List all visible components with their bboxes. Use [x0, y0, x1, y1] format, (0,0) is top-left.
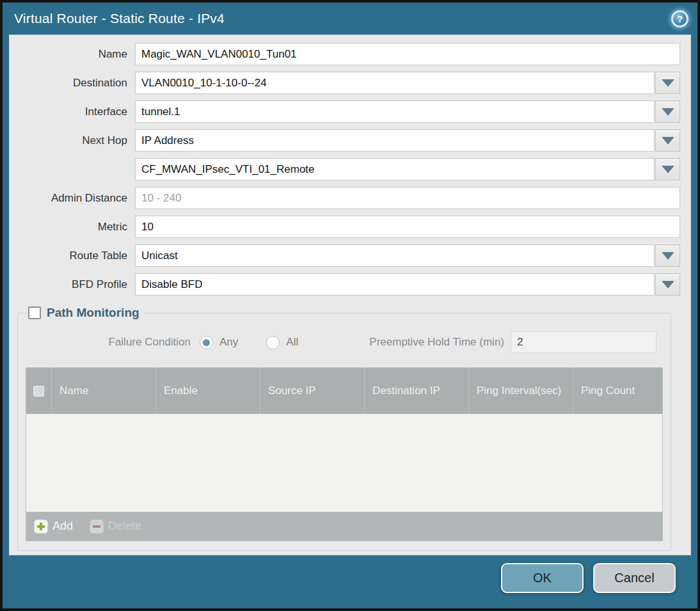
interface-label: Interface	[10, 106, 135, 118]
failure-condition-any-option: Any	[200, 336, 238, 349]
dialog-body: Name Destination Interface Next Hop	[9, 35, 691, 555]
bfd-profile-input[interactable]	[135, 273, 655, 296]
dialog-titlebar: Virtual Router - Static Route - IPv4 ?	[3, 3, 697, 35]
chevron-down-icon	[662, 252, 674, 260]
delete-button-label: Delete	[108, 520, 141, 533]
static-route-dialog: Virtual Router - Static Route - IPv4 ? N…	[0, 0, 700, 611]
chevron-down-icon	[662, 281, 674, 289]
chevron-down-icon	[662, 79, 674, 87]
interface-input[interactable]	[135, 100, 655, 123]
name-label: Name	[10, 48, 135, 61]
route-table-label: Route Table	[10, 250, 135, 262]
column-header-ping-count: Ping Count	[573, 368, 662, 414]
dialog-footer: OK Cancel	[3, 555, 697, 608]
delete-button: Delete	[90, 520, 141, 534]
preemptive-hold-time: Preemptive Hold Time (min)	[369, 331, 656, 353]
destination-label: Destination	[10, 77, 135, 90]
radio-any-icon	[200, 336, 213, 349]
preemptive-hold-time-label: Preemptive Hold Time (min)	[369, 336, 511, 349]
radio-all-icon	[266, 336, 280, 349]
admin-distance-label: Admin Distance	[10, 192, 135, 205]
destination-dropdown-button[interactable]	[655, 72, 680, 94]
route-table-dropdown-button[interactable]	[655, 244, 680, 267]
column-header-enable: Enable	[156, 368, 260, 414]
chevron-down-icon	[662, 108, 674, 116]
chevron-down-icon	[662, 137, 674, 145]
path-monitoring-title: Path Monitoring	[47, 306, 139, 320]
name-input[interactable]	[135, 43, 680, 65]
path-monitoring-section: Path Monitoring Failure Condition Any Al…	[17, 306, 671, 551]
form-row-next-hop-address	[10, 158, 680, 180]
ok-button[interactable]: OK	[501, 563, 584, 593]
column-header-name: Name	[52, 368, 156, 414]
form-row-metric: Metric	[10, 216, 680, 238]
path-monitoring-controls: Failure Condition Any All Preemptive Hol…	[26, 331, 656, 353]
form-row-name: Name	[10, 43, 680, 65]
cancel-button[interactable]: Cancel	[593, 563, 676, 593]
route-table-input[interactable]	[135, 244, 655, 267]
next-hop-address-dropdown-button[interactable]	[655, 158, 680, 180]
bfd-profile-dropdown-button[interactable]	[655, 273, 680, 296]
radio-any-label: Any	[219, 336, 238, 349]
metric-input[interactable]	[135, 216, 680, 238]
table-header-row: Name Enable Source IP Destination IP Pin…	[26, 368, 662, 414]
bfd-profile-label: BFD Profile	[10, 278, 135, 291]
column-header-destination-ip: Destination IP	[365, 368, 469, 414]
radio-selected-dot	[203, 339, 210, 346]
dialog-title: Virtual Router - Static Route - IPv4	[14, 11, 225, 26]
admin-distance-input[interactable]	[135, 187, 680, 209]
preemptive-hold-time-input	[511, 331, 656, 353]
table-select-all-cell	[26, 368, 52, 414]
interface-dropdown-button[interactable]	[655, 100, 680, 123]
add-button-label: Add	[52, 520, 73, 533]
column-header-ping-interval: Ping Interval(sec)	[469, 368, 573, 414]
form-row-admin-distance: Admin Distance	[10, 187, 680, 209]
column-header-source-ip: Source IP	[260, 368, 365, 414]
path-monitoring-checkbox[interactable]	[28, 306, 41, 319]
radio-all-label: All	[286, 336, 298, 349]
path-monitoring-table: Name Enable Source IP Destination IP Pin…	[26, 367, 663, 541]
metric-label: Metric	[10, 221, 135, 234]
path-monitoring-legend: Path Monitoring	[27, 306, 145, 320]
form-row-next-hop: Next Hop	[10, 129, 680, 152]
chevron-down-icon	[662, 166, 674, 173]
next-hop-address-input[interactable]	[135, 158, 655, 180]
next-hop-type-dropdown-button[interactable]	[655, 129, 680, 152]
table-footer-bar: Add Delete	[26, 512, 662, 541]
failure-condition-all-option: All	[266, 336, 298, 349]
delete-icon	[90, 520, 104, 534]
form-row-destination: Destination	[10, 72, 680, 94]
form-row-interface: Interface	[10, 100, 680, 123]
table-body-empty	[26, 414, 662, 512]
form-row-bfd-profile: BFD Profile	[10, 273, 680, 296]
destination-input[interactable]	[135, 72, 655, 94]
add-button[interactable]: Add	[34, 520, 73, 534]
add-icon	[34, 520, 48, 534]
next-hop-label: Next Hop	[10, 134, 135, 147]
select-all-checkbox	[33, 386, 44, 397]
next-hop-type-input[interactable]	[135, 129, 655, 152]
failure-condition-label: Failure Condition	[26, 336, 200, 349]
form-row-route-table: Route Table	[10, 244, 680, 267]
help-icon[interactable]: ?	[671, 10, 688, 28]
